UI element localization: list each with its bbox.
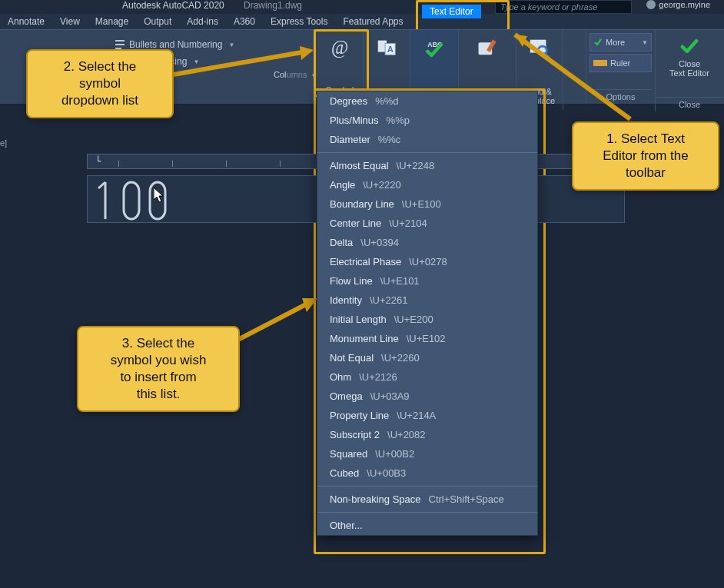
app-title: Autodesk AutoCAD 2020 (122, 0, 224, 11)
search-input[interactable]: Type a keyword or phrase (495, 0, 632, 14)
symbol-item-almost-equal[interactable]: Almost Equal\U+2248 (317, 156, 537, 175)
symbol-item-angle[interactable]: Angle\U+2220 (317, 175, 537, 194)
symbol-item-other[interactable]: Other... (317, 516, 537, 535)
spell-icon: ABC (423, 36, 446, 59)
callout-1: 1. Select Text Editor from the toolbar (572, 121, 719, 191)
mouse-cursor-icon (154, 188, 166, 205)
symbol-item-electrical-phase[interactable]: Electrical Phase\U+0278 (317, 252, 537, 271)
callout-3: 3. Select the symbol you wish to insert … (77, 326, 240, 412)
symbol-item-not-equal[interactable]: Not Equal\U+2260 (317, 348, 537, 367)
menu-featured-apps[interactable]: Featured Apps (335, 16, 410, 27)
symbol-item-degrees[interactable]: Degrees%%d (317, 91, 537, 111)
symbol-item-identity[interactable]: Identity\U+2261 (317, 291, 537, 310)
svg-marker-15 (302, 298, 317, 312)
symbol-item-property-line[interactable]: Property Line\U+214A (317, 406, 537, 425)
svg-line-12 (160, 52, 302, 77)
avatar-icon (646, 0, 656, 9)
svg-marker-20 (154, 188, 163, 202)
close-text-editor-button[interactable]: Close Text Editor Close (655, 30, 723, 111)
symbol-item-squared[interactable]: Squared\U+00B2 (317, 444, 537, 463)
symbol-item-cubed[interactable]: Cubed\U+00B3 (317, 463, 537, 483)
file-name: Drawing1.dwg (244, 0, 302, 11)
menu-a360[interactable]: A360 (226, 16, 263, 27)
panel-title-close: Close (656, 97, 723, 111)
menu-manage[interactable]: Manage (88, 16, 136, 27)
symbol-dropdown-menu: Degrees%%dPlus/Minus%%pDiameter%%cAlmost… (317, 91, 538, 536)
menu-view[interactable]: View (52, 16, 88, 27)
symbol-item-ohm[interactable]: Ohm\U+2126 (317, 367, 537, 387)
svg-marker-13 (300, 46, 314, 60)
cmd-history-fragment: e] (0, 138, 11, 148)
user-name: george.myine (659, 0, 710, 9)
menu-annotate[interactable]: Annotate (0, 16, 52, 27)
dictionary-icon (476, 36, 499, 59)
check-icon (679, 38, 699, 55)
at-icon: @ (328, 36, 351, 59)
symbol-item-flow-line[interactable]: Flow Line\U+E101 (317, 271, 537, 291)
callout-2: 2. Select the symbol dropdown list (26, 49, 174, 118)
symbol-item-diameter[interactable]: Diameter%%c (317, 130, 537, 149)
symbol-item-initial-length[interactable]: Initial Length\U+E200 (317, 310, 537, 329)
field-icon: A (375, 36, 398, 59)
tab-text-editor[interactable]: Text Editor (422, 5, 481, 18)
symbol-item-monument-line[interactable]: Monument Line\U+E102 (317, 329, 537, 348)
symbol-item-plus-minus[interactable]: Plus/Minus%%p (317, 111, 537, 130)
menu-express-tools[interactable]: Express Tools (263, 16, 335, 27)
symbol-item-boundary-line[interactable]: Boundary Line\U+E100 (317, 194, 537, 214)
symbol-item-center-line[interactable]: Center Line\U+2104 (317, 214, 537, 233)
user-badge[interactable]: george.myine (646, 0, 710, 9)
symbol-item-non-breaking-space[interactable]: Non-breaking SpaceCtrl+Shift+Space (317, 490, 537, 509)
svg-text:@: @ (331, 37, 348, 58)
bullets-icon (115, 40, 125, 49)
menu-add-ins[interactable]: Add-ins (179, 16, 226, 27)
menu-output[interactable]: Output (136, 16, 179, 27)
symbol-item-subscript-2[interactable]: Subscript 2\U+2082 (317, 425, 537, 444)
svg-text:A: A (387, 45, 394, 54)
symbol-item-delta[interactable]: Delta\U+0394 (317, 233, 537, 252)
symbol-item-omega[interactable]: Omega\U+03A9 (317, 387, 537, 406)
svg-rect-18 (124, 182, 139, 219)
